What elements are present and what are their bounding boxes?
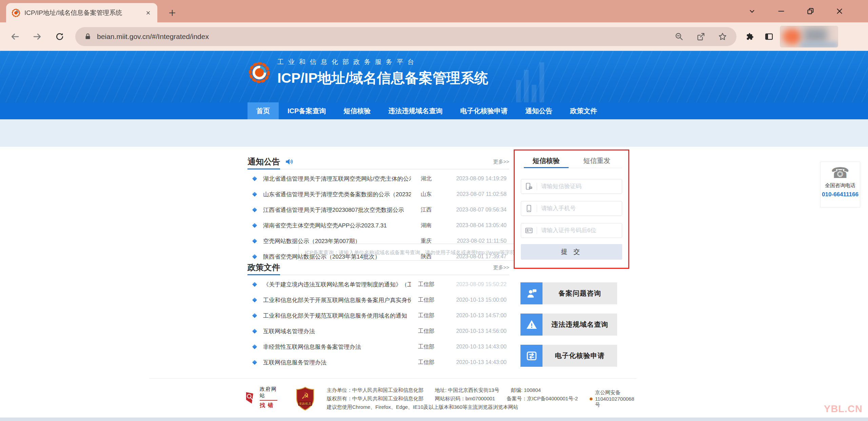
side-panel-icon[interactable] <box>764 31 774 42</box>
notices-active-underline <box>248 168 280 169</box>
zoom-out-icon[interactable] <box>674 32 684 42</box>
tab-search-chevron-icon[interactable] <box>747 6 757 16</box>
tab-title: ICP/IP地址/域名信息备案管理系统 <box>24 8 144 17</box>
consult-button[interactable]: 备案问题咨询 <box>520 282 617 304</box>
illegal-domain-query-label: 违法违规域名查询 <box>542 314 617 336</box>
site-banner: 工业和信息化部政务服务平台 ICP/IP地址/域名信息备案管理系统 <box>0 51 868 102</box>
new-tab-button[interactable] <box>167 7 178 18</box>
party-gov-badge[interactable]: ☭ 党政机关 <box>296 386 315 413</box>
footer-zip: 邮编: 100804 <box>511 387 541 394</box>
hotline-number[interactable]: 010-66411166 <box>821 191 860 198</box>
diamond-bullet-icon <box>252 329 257 334</box>
nav-item-illegal-domain[interactable]: 违法违规域名查询 <box>379 102 451 119</box>
policies-active-underline <box>248 274 280 275</box>
sms-submit-button[interactable]: 提 交 <box>521 244 622 260</box>
find-error-line1: 政府网站 <box>260 386 277 401</box>
policy-list-item[interactable]: 工业和信息化部关于规范互联网信息服务使用域名的通知 工信部 2020-10-13… <box>248 308 509 323</box>
sms-verification-panel: 短信核验 短信重发 提 交 <box>514 149 629 269</box>
warning-icon <box>520 314 542 336</box>
police-filing-link[interactable]: 京公网安备 11040102700068号 <box>589 389 637 408</box>
nav-item-icp-query[interactable]: ICP备案查询 <box>279 102 335 119</box>
policies-more-link[interactable]: 更多>> <box>493 264 509 271</box>
diamond-bullet-icon <box>252 254 257 259</box>
phone-icon <box>521 204 537 213</box>
diamond-bullet-icon <box>252 298 257 302</box>
window-close-button[interactable] <box>835 6 844 16</box>
notices-title: 通知公告 <box>248 156 280 167</box>
sms-code-input[interactable] <box>537 183 622 190</box>
notice-list-item[interactable]: 湖北省通信管理局关于清理互联网空壳网站/空壳主体的公示 湖北 2023-08-0… <box>248 171 509 186</box>
nav-item-policies[interactable]: 政策文件 <box>561 102 606 119</box>
diamond-bullet-icon <box>252 360 257 365</box>
badge-emblem: ☭ <box>301 391 309 401</box>
avatar-blob <box>783 28 802 45</box>
address-bar[interactable]: beian.miit.gov.cn/#/Integrated/index <box>75 27 736 46</box>
policy-list-item[interactable]: 非经营性互联网信息服务备案管理办法 工信部 2020-10-13 14:43:0… <box>248 339 509 355</box>
browser-toolbar: beian.miit.gov.cn/#/Integrated/index <box>0 22 868 51</box>
nav-item-notices[interactable]: 通知公告 <box>516 102 561 119</box>
police-badge-icon <box>589 396 593 402</box>
footer-address: 地址: 中国北京西长安街13号 <box>435 387 499 394</box>
notice-list-item[interactable]: 山东省通信管理局关于清理空壳类备案数据的公示（202326批次） 山东 2023… <box>248 186 509 202</box>
police-filing-number: 京公网安备 11040102700068号 <box>595 389 637 408</box>
diamond-bullet-icon <box>252 344 257 349</box>
window-minimize-button[interactable] <box>776 6 786 16</box>
e-verify-apply-button[interactable]: 电子化核验申请 <box>520 345 617 367</box>
policy-list-item[interactable]: 工业和信息化部关于开展互联网信息服务备案用户真实身份信息电 工信部 2020-1… <box>248 292 509 308</box>
url-text: beian.miit.gov.cn/#/Integrated/index <box>97 33 663 41</box>
profile-avatar[interactable] <box>780 26 838 47</box>
notice-list-item[interactable]: 江西省通信管理局关于清理20230807批次空壳数据公示 江西 2023-08-… <box>248 202 509 218</box>
transfer-icon <box>520 345 542 367</box>
notices-more-link[interactable]: 更多>> <box>493 159 509 165</box>
footer-host-unit: 主办单位：中华人民共和国工业和信息化部 <box>327 387 423 394</box>
window-restore-button[interactable] <box>806 6 815 16</box>
nav-item-home[interactable]: 首页 <box>248 102 279 119</box>
notice-list-item[interactable]: 空壳网站数据公示（2023年第007期） 重庆 2023-08-02 11:11… <box>248 233 509 249</box>
diamond-bullet-icon <box>252 223 257 228</box>
policy-list-item[interactable]: 互联网信息服务管理办法 工信部 2020-10-13 14:43:00 <box>248 355 509 370</box>
gov-site-find-error-logo[interactable]: 政府网站 找错 <box>245 386 277 409</box>
footer-icp-number[interactable]: 备案号：京ICP备04000001号-2 <box>507 396 578 402</box>
back-button[interactable] <box>9 31 20 42</box>
site-title: ICP/IP地址/域名信息备案管理系统 <box>277 69 488 87</box>
reload-button[interactable] <box>54 31 65 42</box>
share-icon[interactable] <box>696 32 706 42</box>
nav-item-e-verify[interactable]: 电子化核验申请 <box>451 102 516 119</box>
screen: ICP/IP地址/域名信息备案管理系统 <box>0 0 868 421</box>
main-nav: 首页 ICP备案查询 短信核验 违法违规域名查询 电子化核验申请 通知公告 政策… <box>0 102 868 119</box>
hotline-card: ☎ 全国咨询电话 010-66411166 <box>820 162 860 207</box>
id-card-icon <box>521 226 537 235</box>
diamond-bullet-icon <box>252 282 257 287</box>
tab-sms-verify[interactable]: 短信核验 <box>521 155 572 168</box>
find-error-line2: 找错 <box>260 402 277 409</box>
phone-number-input[interactable] <box>537 205 622 212</box>
tab-close-icon[interactable] <box>144 8 153 17</box>
banner-decoration <box>516 80 521 102</box>
browser-tab[interactable]: ICP/IP地址/域名信息备案管理系统 <box>6 3 157 22</box>
browser-tab-strip: ICP/IP地址/域名信息备案管理系统 <box>0 0 868 22</box>
policy-list-item[interactable]: 《关于建立境内违法互联网站黑名单管理制度的通知》（工信部联 工信部 2023-0… <box>248 277 509 292</box>
footer-browser-advice: 建议您使用Chrome、Firefox、Edge、IE10及以上版本和360等主… <box>327 404 518 410</box>
id-number-input[interactable] <box>537 227 622 234</box>
sms-code-icon <box>521 182 537 191</box>
horizontal-scrollbar[interactable] <box>0 418 868 421</box>
policies-section: 政策文件 更多>> 《关于建立境内违法互联网站黑名单管理制度的通知》（工信部联 … <box>248 260 509 370</box>
avatar-blob <box>800 43 838 47</box>
telephone-icon: ☎ <box>821 165 860 181</box>
diamond-bullet-icon <box>252 313 257 318</box>
policy-list-item[interactable]: 互联网域名管理办法 工信部 2020-10-13 14:56:00 <box>248 323 509 339</box>
nav-item-sms-verify[interactable]: 短信核验 <box>335 102 379 119</box>
footer-copyright: 版权所有：中华人民共和国工业和信息化部 <box>327 396 423 402</box>
bookmark-star-icon[interactable] <box>717 32 728 42</box>
notices-section: 通知公告 更多>> 湖北省通信管理局关于清理互联网空壳网站/空壳主体的公示 湖北… <box>248 155 509 264</box>
tab-sms-resend[interactable]: 短信重发 <box>572 155 623 168</box>
extensions-puzzle-icon[interactable] <box>745 31 755 42</box>
quick-links: 备案问题咨询 违法违规域名查询 电子化核验申请 <box>520 282 617 376</box>
notice-list-item[interactable]: 湖南省空壳主体空壳网站空壳APP公示2023.7.31 湖南 2023-08-0… <box>248 218 509 233</box>
consult-icon <box>520 282 542 304</box>
diamond-bullet-icon <box>252 207 257 212</box>
illegal-domain-query-button[interactable]: 违法违规域名查询 <box>520 314 617 336</box>
banner-decoration <box>539 62 544 102</box>
avatar-blob <box>804 28 827 43</box>
forward-button[interactable] <box>32 31 43 42</box>
